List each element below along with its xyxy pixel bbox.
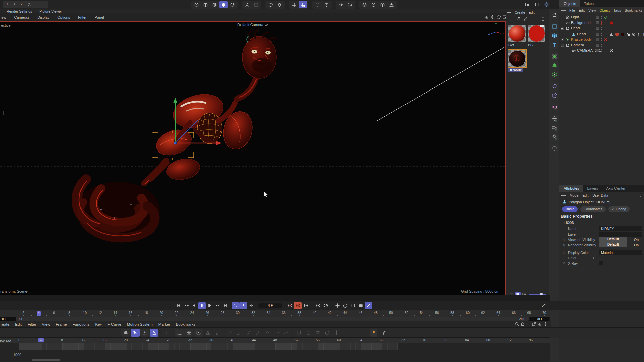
interp-arc-button[interactable] bbox=[263, 329, 272, 337]
attribute-object-row[interactable]: Polygon Object [KIDNEY] bbox=[562, 200, 610, 204]
misc-e-button[interactable] bbox=[332, 329, 341, 337]
snap-keys-button[interactable] bbox=[203, 329, 212, 337]
mirror-icon[interactable] bbox=[337, 1, 345, 8]
record-button[interactable] bbox=[286, 302, 294, 309]
hand-icon[interactable] bbox=[537, 322, 542, 327]
set-key-button[interactable] bbox=[370, 329, 377, 337]
record-parameter-button[interactable] bbox=[334, 302, 341, 309]
rotate-settings-icon[interactable] bbox=[346, 1, 354, 8]
attributes-menu-edit[interactable]: Edit bbox=[582, 193, 588, 197]
tree-row-background[interactable]: Background bbox=[559, 20, 644, 26]
camera-label[interactable]: Default Camera bbox=[0, 23, 505, 27]
play-mode-button[interactable]: A bbox=[239, 302, 247, 309]
tag-arrows-icon[interactable] bbox=[637, 32, 641, 36]
filter-icon[interactable] bbox=[526, 322, 531, 327]
objects-menu-tags[interactable]: Tags bbox=[613, 8, 621, 12]
texture-mode-icon[interactable] bbox=[228, 1, 237, 8]
tag-xred-icon[interactable] bbox=[604, 38, 608, 42]
move-keys-button[interactable] bbox=[162, 329, 171, 337]
interp-ease-in-button[interactable] bbox=[254, 329, 262, 337]
timeline-menu-key[interactable]: Key bbox=[95, 322, 102, 326]
timeline-menu-view[interactable]: View bbox=[42, 322, 50, 326]
tab-objects[interactable]: Objects bbox=[559, 0, 580, 7]
automatic-mode-button[interactable]: A bbox=[140, 329, 149, 337]
next-frame-button[interactable] bbox=[206, 302, 213, 309]
timeline-menu-bookmarks[interactable]: Bookmarks bbox=[176, 322, 196, 326]
tree-row-head[interactable]: Head bbox=[559, 32, 644, 37]
floor-environment-icon[interactable]: S1 bbox=[550, 115, 559, 123]
text-tool-icon[interactable]: T bbox=[550, 41, 559, 49]
tree-row-krasue-body[interactable]: Krasue body bbox=[559, 37, 644, 42]
cube-primitive-icon[interactable] bbox=[550, 32, 559, 40]
hierarchy-mode-button[interactable] bbox=[131, 329, 140, 337]
material-thumb-krasue[interactable] bbox=[508, 50, 526, 67]
menu-filter[interactable]: Filter bbox=[78, 15, 86, 19]
layer-toggle[interactable] bbox=[596, 16, 599, 19]
interp-custom-button[interactable] bbox=[282, 329, 290, 337]
workplane-icon[interactable] bbox=[252, 1, 260, 8]
viewport-visibility-state[interactable]: On bbox=[634, 238, 639, 242]
menu-picture-viewer[interactable]: Picture Viewer bbox=[39, 9, 62, 13]
next-key-button[interactable] bbox=[214, 302, 221, 309]
polygon-reduction-icon[interactable] bbox=[387, 1, 396, 8]
key-clipboard-button[interactable] bbox=[184, 329, 193, 337]
icon-group-row[interactable]: › ICON bbox=[564, 221, 574, 225]
timeline-menu-filter[interactable]: Filter bbox=[28, 322, 36, 326]
pan-view-icon[interactable] bbox=[484, 15, 489, 20]
objects-menu-bookmarks[interactable]: Bookmarks bbox=[625, 8, 642, 12]
layer-toggle[interactable] bbox=[596, 33, 599, 36]
keyframe-settings-button[interactable] bbox=[302, 302, 309, 309]
timeline-menu-motion-system[interactable]: Motion System bbox=[127, 322, 153, 326]
tag-targetT-icon[interactable] bbox=[632, 32, 636, 36]
material-override-icon[interactable] bbox=[550, 144, 559, 153]
menu-view[interactable]: iew bbox=[1, 15, 6, 19]
range-start-field[interactable]: 0 F bbox=[0, 317, 17, 321]
point-mode-icon[interactable] bbox=[192, 1, 201, 8]
previous-frame-button[interactable] bbox=[191, 302, 198, 309]
dopesheet-ruler[interactable]: 0481216202428323640444852566064687276808… bbox=[0, 337, 550, 343]
tag-flag-icon[interactable] bbox=[643, 32, 644, 36]
objects-menu-edit[interactable]: Edit bbox=[579, 8, 585, 12]
visibility-dots[interactable] bbox=[601, 38, 602, 42]
keyable-diamond-icon[interactable]: ◇ bbox=[563, 261, 565, 265]
visibility-dots[interactable] bbox=[601, 49, 602, 53]
tag-check-icon[interactable] bbox=[604, 15, 608, 19]
record-rotation-button[interactable] bbox=[341, 302, 349, 309]
polygon-mode-icon[interactable] bbox=[210, 1, 219, 8]
timeline-menu-frame[interactable]: Frame bbox=[56, 322, 67, 326]
menu-render-settings[interactable]: Render Settings bbox=[7, 9, 32, 13]
tag-prohibit-icon[interactable] bbox=[610, 49, 614, 53]
tree-row-camera-001[interactable]: CAMERA_001 bbox=[559, 48, 644, 53]
edge-mode-icon[interactable] bbox=[201, 1, 210, 8]
autokey-button[interactable] bbox=[294, 302, 302, 309]
add-material-icon[interactable] bbox=[508, 17, 513, 22]
xray-checkbox[interactable] bbox=[599, 261, 603, 265]
render-view-icon[interactable] bbox=[523, 1, 531, 8]
bounding-cube-icon[interactable] bbox=[378, 1, 387, 8]
layer-toggle[interactable] bbox=[596, 38, 599, 41]
timeline-menu-edit[interactable]: Edit bbox=[15, 322, 22, 326]
asset-browser-icon[interactable] bbox=[542, 1, 551, 8]
objects-menu-file[interactable]: File bbox=[569, 8, 575, 12]
layer-toggle[interactable] bbox=[596, 27, 599, 30]
project-settings-icon[interactable] bbox=[322, 1, 331, 8]
menu-options[interactable]: Options bbox=[57, 15, 70, 19]
axis-lock-x-button[interactable]: X bbox=[5, 2, 10, 7]
renderer-visibility-dropdown[interactable]: Default bbox=[599, 242, 627, 247]
search-icon[interactable] bbox=[515, 322, 520, 327]
tab-basic[interactable]: Basic bbox=[562, 206, 578, 212]
sound-button[interactable] bbox=[247, 302, 255, 309]
playhead-line[interactable] bbox=[41, 337, 41, 357]
keyable-diamond-icon[interactable]: ◇ bbox=[563, 243, 565, 246]
lod-slider[interactable] bbox=[529, 294, 546, 295]
objects-menu-view[interactable]: View bbox=[588, 8, 596, 12]
model-mode-icon[interactable] bbox=[219, 1, 228, 8]
axis-lock-y-button[interactable]: Y bbox=[12, 2, 17, 7]
horizontal-scrollbar[interactable] bbox=[32, 359, 60, 361]
material-menu-edit[interactable]: Edit bbox=[529, 10, 535, 14]
attributes-menu-mode[interactable]: Mode bbox=[570, 193, 578, 197]
expand-minus-icon[interactable] bbox=[561, 27, 564, 30]
interp-wave-button[interactable] bbox=[272, 329, 281, 337]
misc-b-button[interactable] bbox=[304, 329, 313, 337]
tag-hexred-icon[interactable] bbox=[615, 32, 619, 36]
